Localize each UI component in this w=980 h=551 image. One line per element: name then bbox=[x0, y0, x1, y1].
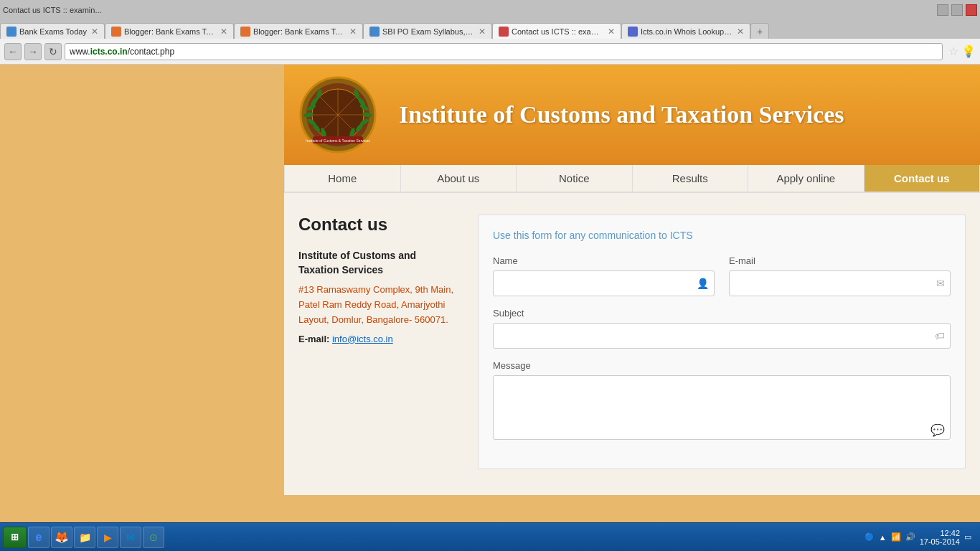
start-button[interactable]: ⊞ bbox=[3, 527, 27, 548]
logo: Institute of Customs & Taxation Services bbox=[298, 75, 377, 154]
nav-home[interactable]: Home bbox=[284, 165, 401, 192]
svg-text:Institute of Customs & Taxatio: Institute of Customs & Taxation Services bbox=[306, 138, 370, 143]
tab-4[interactable]: SBI PO Exam Syllabus, Pat... ✕ bbox=[363, 23, 492, 39]
person-icon: 👤 bbox=[697, 278, 709, 289]
tray-show-desktop[interactable]: ▭ bbox=[964, 532, 971, 542]
maximize-btn[interactable] bbox=[951, 4, 963, 16]
tab-label-2: Blogger: Bank Exams Tod... bbox=[124, 27, 216, 36]
tab-label-1: Bank Exams Today bbox=[19, 27, 87, 36]
message-label: Message bbox=[493, 360, 951, 371]
name-label: Name bbox=[493, 255, 715, 266]
tab-favicon-6 bbox=[628, 27, 638, 37]
files-icon: 📁 bbox=[79, 532, 91, 543]
tab-6[interactable]: Icts.co.in Whois Lookup -... ✕ bbox=[621, 23, 750, 39]
form-group-subject: Subject 🏷 bbox=[493, 308, 951, 349]
page-title: Contact us bbox=[298, 215, 456, 235]
org-email-line: E-mail: info@icts.co.in bbox=[298, 334, 456, 344]
browser-toolbar: ← → ↻ www.icts.co.in/contact.php ☆ 💡 bbox=[0, 39, 980, 65]
tab-close-4[interactable]: ✕ bbox=[479, 27, 486, 37]
close-btn[interactable] bbox=[966, 4, 977, 16]
form-group-name: Name 👤 bbox=[493, 255, 715, 296]
tabs-row: Bank Exams Today ✕ Blogger: Bank Exams T… bbox=[0, 20, 980, 39]
form-row-name-email: Name 👤 E-mail ✉ bbox=[493, 255, 951, 296]
system-time: 12:42 17-05-2014 bbox=[920, 529, 960, 546]
tab-close-5[interactable]: ✕ bbox=[608, 27, 615, 37]
form-row-message: Message 💬 bbox=[493, 360, 951, 443]
tag-icon: 🏷 bbox=[935, 330, 945, 342]
website: Institute of Customs & Taxation Services… bbox=[284, 65, 980, 495]
tab-label-4: SBI PO Exam Syllabus, Pat... bbox=[382, 27, 474, 36]
outlook-icon: ✉ bbox=[126, 532, 135, 543]
address-text: www.icts.co.in/contact.php bbox=[70, 47, 174, 57]
tab-favicon-3 bbox=[240, 27, 250, 37]
nav-results[interactable]: Results bbox=[633, 165, 749, 192]
firefox-icon: 🦊 bbox=[55, 530, 69, 544]
back-btn[interactable]: ← bbox=[4, 43, 22, 60]
site-title: Institute of Customs and Taxation Servic… bbox=[399, 101, 844, 128]
taskbar-media-icon[interactable]: ▶ bbox=[97, 527, 118, 548]
email-field-label: E-mail bbox=[729, 255, 951, 266]
header-title-text: Institute of Customs and Taxation Servic… bbox=[399, 101, 844, 128]
message-textarea[interactable] bbox=[493, 375, 951, 440]
bookmark-btn[interactable]: ☆ bbox=[948, 44, 958, 58]
tab-favicon-1 bbox=[6, 27, 17, 37]
address-bar[interactable]: www.icts.co.in/contact.php bbox=[65, 43, 943, 60]
taskbar-firefox-icon[interactable]: 🦊 bbox=[51, 527, 72, 548]
taskbar-ie-icon[interactable]: e bbox=[28, 527, 50, 548]
nav-contact[interactable]: Contact us bbox=[864, 165, 981, 192]
site-nav: Home About us Notice Results Apply onlin… bbox=[284, 165, 980, 193]
tab-close-3[interactable]: ✕ bbox=[349, 27, 357, 37]
ie-icon: e bbox=[36, 531, 42, 544]
page-outer: Institute of Customs & Taxation Services… bbox=[0, 65, 980, 495]
taskbar-chrome-icon[interactable]: ⊙ bbox=[143, 527, 164, 548]
tray-network: 📶 bbox=[891, 532, 901, 542]
browser-chrome: Contact us ICTS :: examin... Bank Exams … bbox=[0, 0, 980, 65]
minimize-btn[interactable] bbox=[937, 4, 948, 16]
name-input[interactable] bbox=[493, 270, 715, 296]
contact-form-container: Use this form for any communication to I… bbox=[478, 215, 966, 469]
org-address: #13 Ramaswamy Complex, 9th Main, Patel R… bbox=[298, 283, 456, 327]
contact-info-panel: Contact us Institute of Customs and Taxa… bbox=[298, 215, 456, 469]
address-domain: www.icts.co.in/contact.php bbox=[70, 47, 174, 57]
hint-btn[interactable]: 💡 bbox=[961, 44, 976, 58]
tab-label-3: Blogger: Bank Exams Tod... bbox=[253, 27, 345, 36]
date-display: 17-05-2014 bbox=[920, 537, 960, 546]
email-input[interactable] bbox=[729, 270, 951, 296]
org-name: Institute of Customs and Taxation Servic… bbox=[298, 249, 456, 277]
refresh-btn[interactable]: ↻ bbox=[44, 43, 62, 60]
tab-label-6: Icts.co.in Whois Lookup -... bbox=[641, 27, 732, 36]
new-tab-btn[interactable]: + bbox=[750, 23, 769, 39]
subject-input[interactable] bbox=[493, 323, 951, 349]
tab-close-2[interactable]: ✕ bbox=[220, 27, 227, 37]
email-input-wrapper: ✉ bbox=[729, 270, 951, 296]
tab-favicon-5 bbox=[499, 27, 509, 37]
tab-close-1[interactable]: ✕ bbox=[91, 27, 98, 37]
site-header: Institute of Customs & Taxation Services… bbox=[284, 65, 980, 165]
tab-5[interactable]: Contact us ICTS :: examin... ✕ bbox=[492, 23, 621, 39]
tray-up-arrow: ▲ bbox=[879, 533, 887, 542]
system-tray: 🔵 ▲ 📶 🔊 12:42 17-05-2014 ▭ bbox=[859, 529, 977, 546]
taskbar: ⊞ e 🦊 📁 ▶ ✉ ⊙ 🔵 ▲ 📶 🔊 12:42 17-05-2014 ▭ bbox=[0, 522, 980, 551]
subject-input-wrapper: 🏷 bbox=[493, 323, 951, 349]
message-textarea-wrapper: 💬 bbox=[493, 375, 951, 443]
taskbar-outlook-icon[interactable]: ✉ bbox=[120, 527, 141, 548]
form-group-email: E-mail ✉ bbox=[729, 255, 951, 296]
comment-icon: 💬 bbox=[930, 423, 945, 437]
email-link[interactable]: info@icts.co.in bbox=[332, 334, 393, 344]
tab-close-6[interactable]: ✕ bbox=[737, 27, 744, 37]
tab-1[interactable]: Bank Exams Today ✕ bbox=[0, 23, 105, 39]
logo-svg: Institute of Customs & Taxation Services bbox=[298, 75, 377, 154]
nav-about[interactable]: About us bbox=[401, 165, 517, 192]
nav-apply[interactable]: Apply online bbox=[748, 165, 864, 192]
taskbar-files-icon[interactable]: 📁 bbox=[74, 527, 95, 548]
tab-favicon-2 bbox=[111, 27, 121, 37]
tab-3[interactable]: Blogger: Bank Exams Tod... ✕ bbox=[234, 23, 363, 39]
media-icon: ▶ bbox=[104, 532, 112, 543]
name-input-wrapper: 👤 bbox=[493, 270, 715, 296]
tab-2[interactable]: Blogger: Bank Exams Tod... ✕ bbox=[105, 23, 234, 39]
forward-btn[interactable]: → bbox=[24, 43, 42, 60]
browser-titlebar: Contact us ICTS :: examin... bbox=[0, 0, 980, 20]
chrome-icon: ⊙ bbox=[149, 532, 158, 543]
tray-bluetooth: 🔵 bbox=[864, 532, 875, 542]
nav-notice[interactable]: Notice bbox=[517, 165, 633, 192]
